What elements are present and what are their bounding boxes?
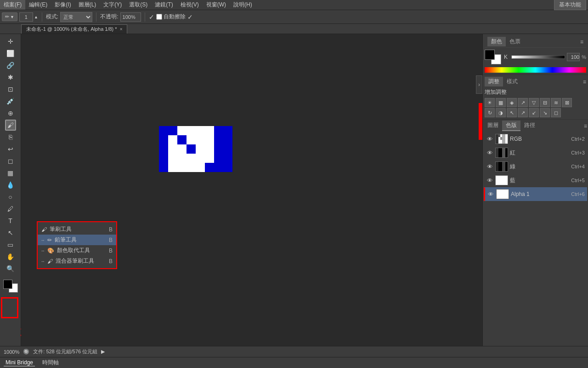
adj-colorbalance[interactable]: ≋ (551, 98, 561, 107)
channels-tab[interactable]: 色版 (502, 121, 520, 131)
document-tab[interactable]: 未命名-1 @ 1000% (未命名, Alpha 1/8) * × (21, 24, 127, 34)
status-arrow-btn[interactable]: ▶ (101, 349, 105, 355)
dodge-tool[interactable]: ○ (5, 191, 16, 202)
adj-posterize[interactable]: ↙ (529, 108, 539, 117)
menu-window[interactable]: 視窗(W) (203, 0, 230, 10)
menu-image[interactable]: 影像(I) (51, 0, 74, 10)
menu-file[interactable]: 檔案(F) (0, 0, 25, 10)
path-select-tool[interactable]: ↖ (5, 227, 16, 238)
adj-tab[interactable]: 調整 (485, 77, 503, 86)
style-tab[interactable]: 樣式 (503, 77, 521, 86)
canvas-area[interactable]: › (21, 34, 482, 346)
pen-tool[interactable]: 🖊 (5, 203, 16, 214)
menu-edit[interactable]: 編輯(E) (25, 0, 51, 10)
brush-size-up-arrow[interactable]: ▲ (34, 15, 38, 19)
adj-huesat[interactable]: ⊟ (540, 98, 550, 107)
shape-tool[interactable]: ▭ (5, 239, 16, 250)
mixer-dots: ·· (41, 258, 45, 264)
timeline-tab[interactable]: 時間軸 (40, 359, 61, 367)
history-brush-tool[interactable]: ↩ (5, 144, 16, 155)
right-panel: 顏色 色票 ≡ K % (482, 34, 588, 346)
brush-tool-button[interactable]: ✏ ▼ (2, 12, 17, 21)
adj-exposure[interactable]: ↗ (518, 98, 528, 107)
workspace-selector[interactable]: 基本功能 (554, 0, 586, 10)
adj-brightness[interactable]: ☀ (485, 98, 495, 107)
channel-thumb-green (495, 161, 508, 172)
adj-gradientmap[interactable]: ◻ (551, 108, 561, 117)
menu-text[interactable]: 文字(Y) (100, 0, 125, 10)
color-spectrum-bar[interactable] (485, 67, 586, 73)
menu-select[interactable]: 選取(S) (125, 0, 151, 10)
adj-bw[interactable]: ⊠ (562, 98, 572, 107)
svg-rect-17 (496, 148, 498, 158)
color-fg-bg-swatches[interactable] (485, 50, 501, 64)
brush-tool[interactable]: 🖌 (5, 120, 16, 131)
left-toolbar: ✛ ⬜ 🔗 ✱ ⊡ 💉 ⊕ 🖌 ⎘ ↩ ◻ ▦ 💧 ○ 🖊 T ↖ ▭ ✋ 🔍 … (0, 34, 21, 346)
channel-name-rgb: RGB (510, 136, 569, 142)
foreground-color-swatch[interactable] (485, 50, 495, 60)
eyedropper-tool[interactable]: 💉 (5, 96, 16, 107)
text-tool[interactable]: T (5, 215, 16, 226)
opacity-input[interactable] (120, 12, 141, 22)
channel-row-blue[interactable]: 👁 藍 Ctrl+5 (484, 173, 587, 187)
adj-panel-tabs: 調整 樣式 (485, 77, 521, 86)
menu-view[interactable]: 檢視(V) (177, 0, 203, 10)
pencil-tool-item[interactable]: ·· ✏ 鉛筆工具 B (38, 235, 116, 245)
channel-eye-alpha1[interactable]: 👁 (487, 191, 494, 198)
menu-help[interactable]: 說明(H) (230, 0, 256, 10)
mode-select[interactable]: 正常 (60, 12, 92, 22)
swatches-tab[interactable]: 色票 (506, 37, 524, 46)
auto-erase-checkbox[interactable] (156, 14, 162, 20)
panel-collapse-arrow[interactable]: › (476, 75, 482, 94)
k-value-input[interactable] (567, 53, 580, 61)
svg-rect-7 (205, 163, 214, 172)
fg-color-swatch[interactable] (3, 280, 12, 289)
blur-tool[interactable]: 💧 (5, 179, 16, 190)
marquee-tool[interactable]: ⬜ (5, 48, 16, 59)
hand-tool[interactable]: ✋ (5, 251, 16, 262)
adj-invert[interactable]: ↗ (518, 108, 528, 117)
channel-shortcut-blue: Ctrl+5 (571, 178, 585, 183)
color-tab[interactable]: 顏色 (487, 37, 506, 46)
tab-close-button[interactable]: × (120, 27, 123, 32)
adj-vibrance[interactable]: ▽ (529, 98, 539, 107)
menu-filter[interactable]: 濾鏡(T) (151, 0, 176, 10)
gradient-tool[interactable]: ▦ (5, 167, 16, 178)
menu-layer[interactable]: 圖層(L) (75, 0, 100, 10)
brush-tool-item[interactable]: 🖌 筆刷工具 B (38, 224, 116, 235)
paths-tab[interactable]: 路徑 (520, 121, 539, 131)
spot-heal-tool[interactable]: ⊕ (5, 108, 16, 119)
zoom-tool[interactable]: 🔍 (5, 263, 16, 274)
adj-levels[interactable]: ▦ (496, 98, 506, 107)
adj-photofilter[interactable]: ↻ (485, 108, 495, 117)
stamp-tool[interactable]: ⎘ (5, 132, 16, 143)
adj-panel-menu[interactable]: ≡ (583, 79, 586, 85)
channel-row-red[interactable]: 👁 紅 Ctrl+3 (484, 146, 587, 160)
lasso-tool[interactable]: 🔗 (5, 60, 16, 71)
mini-bridge-tab[interactable]: Mini Bridge (4, 359, 35, 367)
layers-tab[interactable]: 圖層 (484, 121, 502, 131)
adj-curves[interactable]: ◈ (507, 98, 517, 107)
channel-eye-green[interactable]: 👁 (486, 163, 493, 170)
channel-eye-blue[interactable]: 👁 (486, 177, 493, 184)
color-replace-item[interactable]: ·· 🎨 顏色取代工具 B (38, 245, 116, 256)
opacity-label: 不透明: (100, 13, 118, 21)
k-slider-track[interactable] (511, 55, 565, 59)
layers-panel-menu[interactable]: ≡ (584, 123, 587, 129)
adj-colorlookup[interactable]: ↖ (507, 108, 517, 117)
eraser-tool[interactable]: ◻ (5, 155, 16, 167)
brush-size-input[interactable] (19, 12, 33, 22)
fg-bg-color[interactable] (2, 279, 19, 293)
move-tool[interactable]: ✛ (5, 36, 16, 47)
channel-row-alpha1[interactable]: 👁 Alpha 1 Ctrl+6 (484, 187, 587, 201)
adj-threshold[interactable]: ↘ (540, 108, 550, 117)
channel-row-green[interactable]: 👁 綠 Ctrl+4 (484, 160, 587, 173)
crop-tool[interactable]: ⊡ (5, 84, 16, 95)
adj-channelmixer[interactable]: ◑ (496, 108, 506, 117)
mixer-brush-item[interactable]: ·· 🖌 混合器筆刷工具 B (38, 256, 116, 266)
quick-select-tool[interactable]: ✱ (5, 72, 16, 83)
channel-eye-rgb[interactable]: 👁 (486, 136, 493, 143)
channel-row-rgb[interactable]: 👁 RGB Ctrl+2 (484, 132, 587, 146)
channel-eye-red[interactable]: 👁 (486, 150, 493, 156)
color-panel-menu[interactable]: ≡ (580, 39, 583, 45)
